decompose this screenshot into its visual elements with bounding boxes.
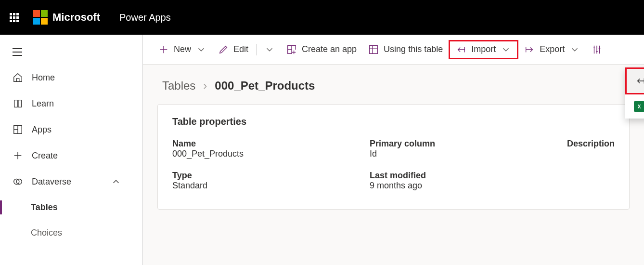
toolbar: New Edit Create an app Using this table	[143, 35, 644, 65]
plus-icon	[13, 150, 23, 161]
brand-name: Microsoft	[52, 11, 100, 24]
sidebar-item-choices[interactable]: Choices	[0, 220, 142, 246]
sidebar-item-home[interactable]: Home	[0, 65, 142, 91]
button-label: Using this table	[384, 44, 443, 54]
prop-label-type: Type	[172, 171, 370, 181]
sidebar-item-label: Home	[32, 73, 55, 83]
prop-label-name: Name	[172, 139, 370, 149]
chevron-down-icon	[264, 44, 275, 55]
plus-icon	[158, 44, 169, 55]
sidebar-item-label: Apps	[32, 125, 52, 135]
settings-button[interactable]	[586, 41, 608, 58]
prop-label-modified: Last modified	[370, 171, 567, 181]
app-name: Power Apps	[119, 12, 171, 23]
button-label: Import	[471, 44, 496, 54]
import-icon	[635, 76, 644, 86]
create-app-button[interactable]: Create an app	[281, 41, 362, 58]
chevron-down-icon	[569, 44, 580, 55]
edit-button[interactable]: Edit	[212, 41, 254, 58]
app-launcher-icon[interactable]	[10, 13, 19, 22]
separator	[256, 44, 257, 55]
sidebar-item-tables[interactable]: Tables	[0, 195, 142, 220]
prop-value-primary: Id	[370, 149, 567, 159]
sidebar-item-apps[interactable]: Apps	[0, 117, 142, 143]
using-table-button[interactable]: Using this table	[362, 41, 449, 58]
prop-label-description: Description	[567, 139, 615, 149]
sidebar: Home Learn Apps Create Dataverse Tables …	[0, 35, 143, 265]
prop-value-modified: 9 months ago	[370, 181, 567, 191]
import-excel-menu-item[interactable]: X Import data from Excel	[625, 94, 644, 119]
sidebar-item-label: Create	[32, 151, 58, 161]
sidebar-item-label: Learn	[32, 99, 54, 109]
edit-dropdown[interactable]	[258, 41, 281, 58]
sidebar-item-dataverse[interactable]: Dataverse	[0, 169, 142, 195]
import-dropdown-menu: Import data X Import data from Excel	[625, 67, 644, 119]
table-icon	[368, 44, 379, 55]
excel-icon: X	[634, 101, 644, 112]
pencil-icon	[218, 44, 229, 55]
apps-icon	[13, 124, 23, 135]
export-icon	[524, 44, 535, 55]
sidebar-item-label: Choices	[31, 228, 62, 238]
sidebar-item-learn[interactable]: Learn	[0, 91, 142, 117]
chevron-up-icon	[111, 176, 121, 187]
table-properties-card: Table properties Name 000_Pet_Products P…	[157, 104, 630, 210]
sidebar-item-label: Tables	[31, 202, 58, 212]
sidebar-item-label: Dataverse	[32, 177, 71, 187]
main-content: New Edit Create an app Using this table	[143, 35, 644, 265]
breadcrumb-current: 000_Pet_Products	[215, 79, 315, 93]
book-icon	[13, 98, 23, 109]
button-label: Edit	[233, 44, 248, 54]
prop-label-primary: Primary column	[370, 139, 567, 149]
button-label: Create an app	[302, 44, 357, 54]
prop-value-type: Standard	[172, 181, 370, 191]
breadcrumb-root[interactable]: Tables	[162, 79, 195, 93]
chevron-right-icon: ›	[203, 79, 207, 93]
chevron-down-icon	[196, 44, 206, 55]
home-icon	[13, 72, 23, 83]
grid-plus-icon	[286, 44, 297, 55]
chevron-down-icon	[501, 44, 511, 55]
dataverse-icon	[13, 176, 23, 187]
sidebar-toggle[interactable]	[0, 40, 142, 65]
microsoft-logo-icon	[33, 10, 48, 25]
import-button[interactable]: Import	[449, 40, 518, 59]
global-header: Microsoft Power Apps	[0, 0, 644, 35]
prop-value-name: 000_Pet_Products	[172, 149, 370, 159]
breadcrumb: Tables › 000_Pet_Products	[162, 79, 630, 93]
button-label: New	[174, 44, 191, 54]
button-label: Export	[540, 44, 565, 54]
export-button[interactable]: Export	[518, 41, 586, 58]
card-title: Table properties	[172, 116, 615, 127]
hamburger-icon	[13, 48, 22, 56]
new-button[interactable]: New	[153, 41, 212, 58]
import-data-menu-item[interactable]: Import data	[627, 69, 644, 93]
sliders-icon	[592, 44, 602, 55]
sidebar-item-create[interactable]: Create	[0, 143, 142, 169]
import-icon	[456, 44, 466, 55]
